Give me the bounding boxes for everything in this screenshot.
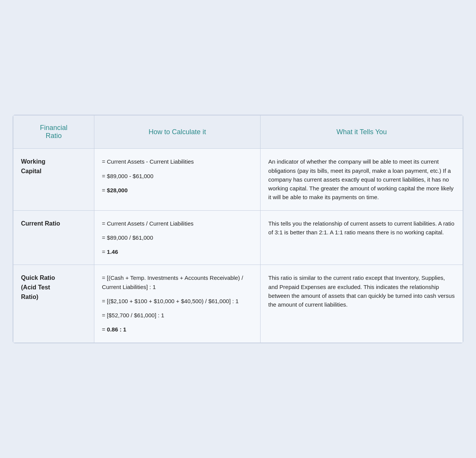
calc-line: = 1.46 bbox=[102, 247, 253, 256]
calc-line: = [(Cash + Temp. Investments + Accounts … bbox=[102, 273, 253, 291]
col-header-ratio: Financial Ratio bbox=[13, 115, 94, 149]
table-row: Working Capital= Current Assets - Curren… bbox=[13, 149, 463, 210]
calc-line: = 0.86 : 1 bbox=[102, 325, 253, 334]
calc-line: = Current Assets / Current Liabilities bbox=[102, 219, 253, 228]
calculation-cell: = Current Assets / Current Liabilities= … bbox=[94, 210, 260, 265]
calculation-cell: = Current Assets - Current Liabilities= … bbox=[94, 149, 260, 210]
description-cell: This tells you the relationship of curre… bbox=[261, 210, 463, 265]
ratio-name-cell: Current Ratio bbox=[13, 210, 94, 265]
col-header-tells: What it Tells You bbox=[261, 115, 463, 149]
col-header-calculate: How to Calculate it bbox=[94, 115, 260, 149]
financial-ratios-table: Financial Ratio How to Calculate it What… bbox=[13, 115, 463, 343]
calc-line: = [$52,700 / $61,000] : 1 bbox=[102, 311, 253, 320]
calc-line: = $89,000 / $61,000 bbox=[102, 233, 253, 242]
calc-result: 0.86 : 1 bbox=[107, 326, 126, 333]
ratio-name-cell: Working Capital bbox=[13, 149, 94, 210]
description-cell: An indicator of whether the company will… bbox=[261, 149, 463, 210]
description-cell: This ratio is similar to the current rat… bbox=[261, 265, 463, 343]
calc-line: = $28,000 bbox=[102, 186, 253, 195]
table-row: Quick Ratio (Acid Test Ratio)= [(Cash + … bbox=[13, 265, 463, 343]
calc-line: = [($2,100 + $100 + $10,000 + $40,500) /… bbox=[102, 297, 253, 305]
calculation-cell: = [(Cash + Temp. Investments + Accounts … bbox=[94, 265, 260, 343]
calc-line: = Current Assets - Current Liabilities bbox=[102, 157, 253, 166]
table-header-row: Financial Ratio How to Calculate it What… bbox=[13, 115, 463, 149]
calc-result: $28,000 bbox=[107, 187, 128, 193]
calc-line: = $89,000 - $61,000 bbox=[102, 172, 253, 180]
table-row: Current Ratio= Current Assets / Current … bbox=[13, 210, 463, 265]
calc-result: 1.46 bbox=[107, 248, 118, 255]
ratio-name-cell: Quick Ratio (Acid Test Ratio) bbox=[13, 265, 94, 343]
